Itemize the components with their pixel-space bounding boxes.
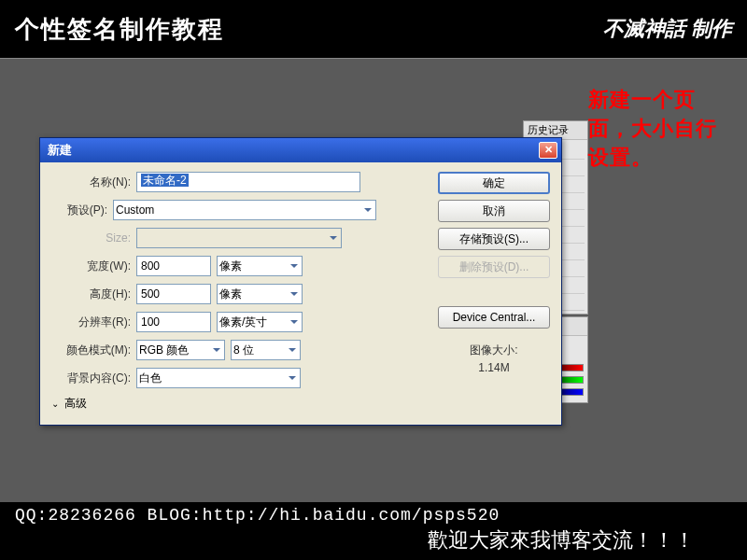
width-input[interactable]	[136, 256, 211, 276]
height-unit-select[interactable]: 像素	[217, 284, 303, 304]
save-preset-button[interactable]: 存储预设(S)...	[438, 228, 550, 250]
preset-label: 预设(P):	[51, 203, 107, 218]
cancel-button[interactable]: 取消	[438, 200, 550, 222]
advanced-toggle[interactable]: ⌄ 高级	[51, 396, 427, 412]
tutorial-annotation: 新建一个页面，大小自行设置。	[588, 86, 738, 172]
dialog-titlebar[interactable]: 新建 ✕	[40, 138, 561, 162]
preset-select[interactable]: Custom	[113, 200, 376, 220]
color-mode-label: 颜色模式(M):	[51, 343, 131, 358]
color-mode-select[interactable]: RGB 颜色	[136, 340, 225, 360]
width-label: 宽度(W):	[51, 259, 131, 274]
author-logo: 不滅神話 制作	[603, 15, 732, 43]
image-size-value: 1.14M	[438, 359, 550, 377]
background-label: 背景内容(C):	[51, 371, 131, 386]
new-document-dialog: 新建 ✕ 名称(N): 未命名-2 预设(P): Custom Size: 宽度…	[39, 137, 562, 426]
contact-info: QQ:28236266 BLOG:http://hi.baidu.com/psp…	[15, 506, 732, 525]
close-icon[interactable]: ✕	[539, 142, 557, 159]
size-select	[136, 228, 342, 248]
welcome-text: 歡迎大家來我博客交流！！！	[15, 526, 732, 554]
resolution-label: 分辨率(R):	[51, 315, 131, 330]
image-size-label: 图像大小:	[438, 342, 550, 359]
background-select[interactable]: 白色	[136, 368, 301, 388]
size-label: Size:	[51, 231, 131, 245]
width-unit-select[interactable]: 像素	[217, 256, 303, 276]
bit-depth-select[interactable]: 8 位	[231, 340, 301, 360]
delete-preset-button: 删除预设(D)...	[438, 256, 550, 278]
tutorial-footer: QQ:28236266 BLOG:http://hi.baidu.com/psp…	[0, 502, 747, 560]
height-input[interactable]	[136, 284, 211, 304]
tutorial-title: 个性签名制作教程	[15, 13, 224, 46]
dialog-title: 新建	[48, 142, 72, 159]
height-label: 高度(H):	[51, 287, 131, 302]
ok-button[interactable]: 确定	[438, 172, 550, 194]
device-central-button[interactable]: Device Central...	[438, 306, 550, 329]
tutorial-header: 个性签名制作教程 不滅神話 制作	[0, 0, 747, 58]
resolution-input[interactable]	[136, 312, 211, 332]
name-input[interactable]: 未命名-2	[136, 172, 360, 192]
resolution-unit-select[interactable]: 像素/英寸	[217, 312, 303, 332]
chevron-down-icon: ⌄	[51, 399, 59, 409]
name-label: 名称(N):	[51, 175, 131, 190]
